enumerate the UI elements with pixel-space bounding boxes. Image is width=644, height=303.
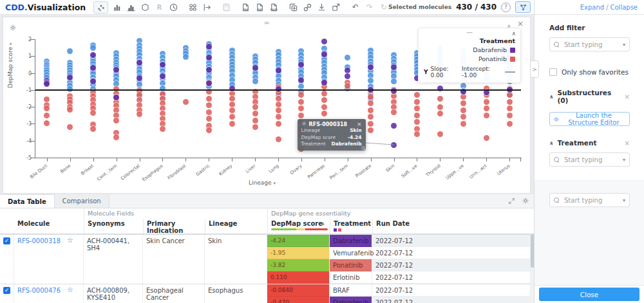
scatter-point-ponatinib[interactable] <box>298 92 304 98</box>
scatter-point-ponatinib[interactable] <box>321 104 327 110</box>
scatter-point-ponatinib[interactable] <box>44 113 50 118</box>
scatter-point-ponatinib[interactable] <box>276 96 281 102</box>
scatter-point-ponatinib[interactable] <box>345 83 350 89</box>
undo-icon[interactable]: ↶ <box>350 2 361 13</box>
column-header-primary-indication[interactable]: Primary Indication <box>143 219 205 234</box>
scatter-point-ponatinib[interactable] <box>391 93 397 99</box>
molecule-hexagon-icon[interactable] <box>140 2 151 13</box>
scatter-point-ponatinib[interactable] <box>460 100 466 106</box>
scatter-point-unlabeled-blue[interactable] <box>90 45 96 51</box>
column-header-depmap-score[interactable]: DepMap score ▲ <box>267 219 330 234</box>
scatter-point-dabrafenib[interactable] <box>345 68 350 73</box>
x-axis-category-label[interactable]: Prostate <box>354 163 372 179</box>
scatter-point-dabrafenib[interactable] <box>160 62 166 68</box>
scatter-point-dabrafenib[interactable] <box>137 75 142 81</box>
molecule-link[interactable]: RFS-0000476 <box>17 287 61 294</box>
scatter-point-ponatinib[interactable] <box>368 100 374 106</box>
scatter-point-ponatinib[interactable] <box>298 113 304 118</box>
scatter-point-ponatinib[interactable] <box>507 99 513 105</box>
scatter-point-ponatinib[interactable] <box>414 119 420 125</box>
treatment-filter-select[interactable]: ▾ <box>549 152 630 167</box>
scatter-point-dabrafenib[interactable] <box>276 68 281 73</box>
x-axis-category-label[interactable]: Colorectal <box>120 163 141 181</box>
scatter-point-ponatinib[interactable] <box>276 121 281 127</box>
scatter-point-ponatinib[interactable] <box>229 96 235 102</box>
scatter-point-ponatinib[interactable] <box>437 131 443 137</box>
scatter-point-dabrafenib[interactable] <box>113 67 119 73</box>
scatter-point-ponatinib[interactable] <box>90 126 96 132</box>
scatter-point-ponatinib[interactable] <box>507 106 513 111</box>
scatter-point-ponatinib[interactable] <box>67 124 73 130</box>
export-pdf-icon[interactable]: PDF <box>254 2 265 13</box>
chevron-up-icon[interactable]: ∧ <box>549 140 554 146</box>
scatter-point-ponatinib[interactable] <box>368 94 374 100</box>
molecule-link[interactable]: RFS-0000318 <box>17 237 61 244</box>
y-axis-title[interactable]: DepMap score ▾ <box>7 42 14 88</box>
scatter-point-ponatinib[interactable] <box>229 102 235 107</box>
scatter-point-ponatinib[interactable] <box>507 121 513 127</box>
scatter-point-dabrafenib[interactable] <box>391 142 397 148</box>
scatter-point-dabrafenib[interactable] <box>321 80 327 86</box>
x-axis-category-label[interactable]: Uterus <box>496 163 511 177</box>
add-filter-input[interactable] <box>563 41 620 49</box>
calculator-icon[interactable] <box>221 2 232 13</box>
scatter-point-ponatinib[interactable] <box>460 107 466 113</box>
help-icon[interactable]: ? <box>501 3 511 12</box>
x-axis-title[interactable]: Lineage ▾ <box>3 179 521 186</box>
scatter-point-dabrafenib[interactable] <box>252 65 258 71</box>
add-filter-select[interactable]: ▾ <box>549 37 630 51</box>
scatter-point-ponatinib[interactable] <box>321 91 327 96</box>
table-expand-icon[interactable] <box>508 195 515 207</box>
x-axis-category-label[interactable]: Fibroblast <box>167 163 187 181</box>
column-header-treatment[interactable]: Treatment <box>330 219 372 234</box>
scatter-point-unlabeled-blue[interactable] <box>183 54 189 60</box>
scatter-point-dabrafenib[interactable] <box>368 64 374 70</box>
column-header-synonyms[interactable]: Synonyms <box>84 219 143 234</box>
x-axis-category-label[interactable]: Bone <box>59 163 71 174</box>
scatter-point-ponatinib[interactable] <box>113 134 119 140</box>
histogram-icon[interactable] <box>126 2 137 13</box>
scatter-point-ponatinib[interactable] <box>437 96 443 102</box>
scatter-point-ponatinib[interactable] <box>113 118 119 124</box>
scatter-point-ponatinib[interactable] <box>229 114 235 120</box>
expand-link[interactable]: Expand <box>580 4 604 11</box>
table-settings-gear-icon[interactable] <box>522 195 529 207</box>
scatter-point-ponatinib[interactable] <box>276 102 281 107</box>
scatter-point-dabrafenib[interactable] <box>345 73 350 79</box>
scatter-point-ponatinib[interactable] <box>484 135 489 141</box>
scatter-point-ponatinib[interactable] <box>460 121 466 127</box>
scatter-point-ponatinib[interactable] <box>252 104 258 110</box>
bar-chart-icon[interactable] <box>111 2 122 13</box>
column-header-molecule[interactable]: Molecule <box>14 219 84 234</box>
scatter-point-ponatinib[interactable] <box>276 136 281 142</box>
scatter-point-ponatinib[interactable] <box>44 120 50 126</box>
row-checkbox[interactable]: ✓ <box>3 287 10 294</box>
column-header-run-date[interactable]: Run Date <box>372 219 531 234</box>
copy-link-icon[interactable] <box>302 2 313 13</box>
scatter-point-ponatinib[interactable] <box>414 113 420 118</box>
scatter-point-ponatinib[interactable] <box>414 92 420 98</box>
x-axis-category-label[interactable]: Lung <box>268 163 279 174</box>
scatter-point-ponatinib[interactable] <box>368 114 374 120</box>
scatter-point-dabrafenib[interactable] <box>44 81 50 87</box>
x-axis-category-label[interactable]: Breast <box>80 163 95 176</box>
scatter-point-ponatinib[interactable] <box>321 111 327 116</box>
chart-drag-handle-icon[interactable]: = <box>263 19 269 27</box>
lineage-filter-select[interactable]: ▾ <box>549 193 630 207</box>
export-excel-icon[interactable]: EXCEL <box>269 2 279 13</box>
collapse-link[interactable]: Collapse <box>611 4 638 11</box>
scatter-point-ponatinib[interactable] <box>368 121 374 127</box>
scatter-point-ponatinib[interactable] <box>276 107 281 113</box>
scatter-point-ponatinib[interactable] <box>298 99 304 105</box>
scatter-plot-icon[interactable] <box>93 1 108 14</box>
x-axis-category-label[interactable]: Bile Duct <box>30 163 49 180</box>
x-axis-category-label[interactable]: Ovary <box>289 163 303 176</box>
open-external-icon[interactable] <box>330 2 341 13</box>
scatter-point-ponatinib[interactable] <box>44 96 50 102</box>
scatter-point-ponatinib[interactable] <box>90 110 96 116</box>
legend-item-dabrafenib[interactable]: Dabrafenib <box>424 46 515 53</box>
x-axis-category-label[interactable]: Soft...ue <box>401 163 419 179</box>
scatter-point-ponatinib[interactable] <box>229 107 235 113</box>
scatter-point-dabrafenib[interactable] <box>391 123 397 129</box>
scatter-point-ponatinib[interactable] <box>391 109 397 115</box>
